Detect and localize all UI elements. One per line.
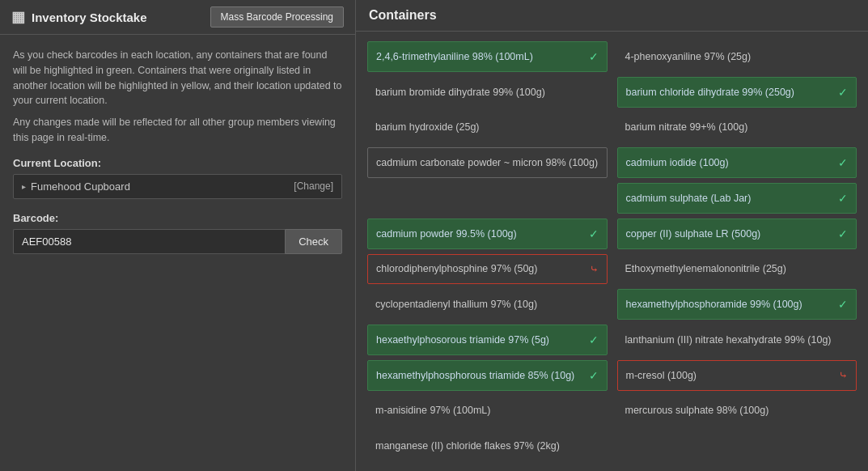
check-mark-icon: ✓ <box>589 50 599 63</box>
check-button[interactable]: Check <box>285 229 342 254</box>
check-mark-icon: ✓ <box>838 86 848 99</box>
container-item: m-cresol (100g)⤷ <box>617 360 857 391</box>
info-paragraph-2: Any changes made will be reflected for a… <box>13 115 342 146</box>
container-item: barium bromide dihydrate 99% (100g) <box>367 77 608 108</box>
container-item-text: cadmium powder 99.5% (100g) <box>376 228 584 240</box>
location-name: Fumehood Cupboard <box>31 180 130 193</box>
container-item: m-anisidine 97% (100mL) <box>367 396 608 426</box>
check-mark-icon: ✓ <box>838 192 848 205</box>
chevron-right-icon: ▸ <box>22 182 26 191</box>
check-mark-icon: ✓ <box>589 333 599 346</box>
right-panel: Containers 2,4,6-trimethylaniline 98% (1… <box>356 0 868 471</box>
check-mark-icon: ✓ <box>589 227 599 240</box>
container-item-text: 4-phenoxyaniline 97% (25g) <box>625 51 849 62</box>
check-mark-icon: ✓ <box>838 298 848 311</box>
container-item: cadmium sulphate (Lab Jar)✓ <box>617 183 857 214</box>
info-paragraph-1: As you check barcodes in each location, … <box>13 48 342 108</box>
container-item-text: lanthanium (III) nitrate hexahydrate 99%… <box>625 334 849 346</box>
container-item: cadmium powder 99.5% (100g)✓ <box>367 219 608 249</box>
barcode-input[interactable] <box>13 229 285 254</box>
container-item: 4-phenoxyaniline 97% (25g) <box>617 41 857 72</box>
page-title-text: Inventory Stocktake <box>32 11 147 24</box>
container-item: lanthanium (III) nitrate hexahydrate 99%… <box>617 325 857 355</box>
container-item-text: cadmium carbonate powder ~ micron 98% (1… <box>376 157 599 168</box>
container-item-text: hexamethylphosphorous triamide 85% (10g) <box>376 370 584 381</box>
container-item: copper (II) sulphate LR (500g)✓ <box>617 219 857 249</box>
container-item: mercurous sulphate 98% (100g) <box>617 396 857 426</box>
change-location-link[interactable]: [Change] <box>294 180 333 192</box>
containers-header: Containers <box>356 0 868 32</box>
container-item-text: cadmium sulphate (Lab Jar) <box>626 193 834 204</box>
check-mark-icon: ✓ <box>838 227 848 240</box>
container-item: hexaethylphosorous triamide 97% (5g)✓ <box>367 325 608 355</box>
container-item: cadmium carbonate powder ~ micron 98% (1… <box>367 147 608 178</box>
current-location-label: Current Location: <box>13 157 342 169</box>
container-item-text: m-cresol (100g) <box>626 370 835 381</box>
container-item: 2,4,6-trimethylaniline 98% (100mL)✓ <box>367 41 608 72</box>
barcode-section: Barcode: Check <box>13 212 342 254</box>
container-item-text: m-anisidine 97% (100mL) <box>375 405 599 416</box>
redirect-icon: ⤷ <box>839 369 848 381</box>
container-item: manganese (II) chloride flakes 97% (2kg) <box>367 431 608 461</box>
container-item-text: hexamethylphosphoramide 99% (100g) <box>626 299 834 310</box>
barcode-label: Barcode: <box>13 212 342 224</box>
container-item: barium hydroxide (25g) <box>367 112 608 143</box>
container-item-text: Ethoxymethylenemalononitrile (25g) <box>625 263 849 274</box>
containers-grid: 2,4,6-trimethylaniline 98% (100mL)✓4-phe… <box>356 32 868 471</box>
container-item <box>617 431 857 461</box>
container-item-text: barium bromide dihydrate 99% (100g) <box>375 87 599 98</box>
container-item-text: manganese (II) chloride flakes 97% (2kg) <box>375 440 599 452</box>
container-item-text: chlorodiphenylphosphine 97% (50g) <box>376 263 585 274</box>
page-title: ▦ Inventory Stocktake <box>11 8 147 26</box>
redirect-icon: ⤷ <box>590 263 599 275</box>
container-item-text: barium hydroxide (25g) <box>375 121 599 133</box>
location-row[interactable]: ▸ Fumehood Cupboard [Change] <box>13 174 342 199</box>
location-display: ▸ Fumehood Cupboard <box>22 180 130 193</box>
mass-barcode-button[interactable]: Mass Barcode Processing <box>210 6 344 28</box>
container-item <box>367 183 608 214</box>
container-item-text: barium chloride dihydrate 99% (250g) <box>626 87 834 98</box>
container-item: barium nitrate 99+% (100g) <box>617 112 857 143</box>
container-item: hexamethylphosphorous triamide 85% (10g)… <box>367 360 608 391</box>
container-item: barium chloride dihydrate 99% (250g)✓ <box>617 77 857 108</box>
check-mark-icon: ✓ <box>838 156 848 169</box>
container-item-text: 2,4,6-trimethylaniline 98% (100mL) <box>376 51 584 62</box>
container-item: hexamethylphosphoramide 99% (100g)✓ <box>617 289 857 320</box>
container-item: chlorodiphenylphosphine 97% (50g)⤷ <box>367 254 608 285</box>
barcode-icon: ▦ <box>11 8 25 26</box>
container-item: Ethoxymethylenemalononitrile (25g) <box>617 254 857 285</box>
container-item: cyclopentadienyl thallium 97% (10g) <box>367 289 608 320</box>
check-mark-icon: ✓ <box>589 369 599 382</box>
container-item-text: cadmium iodide (100g) <box>626 157 834 168</box>
left-header: ▦ Inventory Stocktake Mass Barcode Proce… <box>0 0 355 35</box>
container-item-text: copper (II) sulphate LR (500g) <box>626 228 834 240</box>
container-item-text: barium nitrate 99+% (100g) <box>625 121 849 133</box>
left-panel: ▦ Inventory Stocktake Mass Barcode Proce… <box>0 0 356 471</box>
barcode-input-row: Check <box>13 229 342 254</box>
container-item-text: hexaethylphosorous triamide 97% (5g) <box>376 334 584 346</box>
container-item-text: mercurous sulphate 98% (100g) <box>625 405 849 416</box>
container-item-text: cyclopentadienyl thallium 97% (10g) <box>375 299 599 310</box>
info-text: As you check barcodes in each location, … <box>13 48 342 146</box>
container-item: cadmium iodide (100g)✓ <box>617 147 857 178</box>
left-body: As you check barcodes in each location, … <box>0 35 355 471</box>
